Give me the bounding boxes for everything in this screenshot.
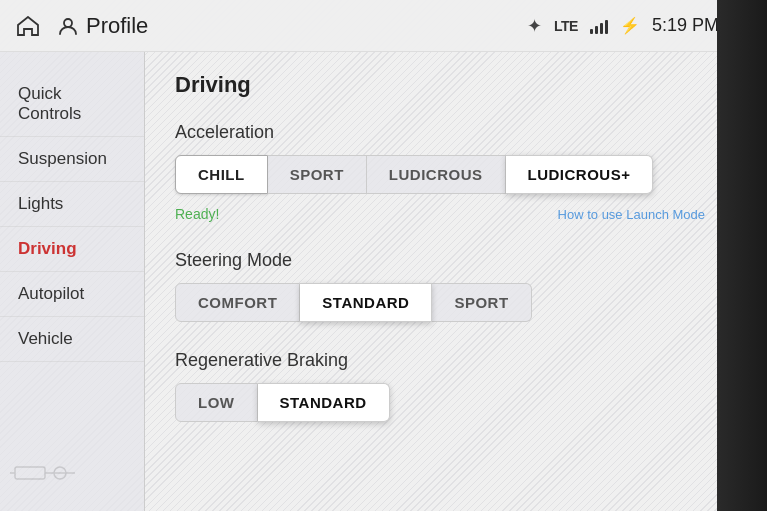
steering-sport-button[interactable]: SPORT [432, 283, 531, 322]
acceleration-buttons: CHILL SPORT LUDICROUS LUDICROUS+ [175, 155, 705, 194]
acceleration-label: Acceleration [175, 122, 705, 143]
right-bezel [717, 0, 767, 511]
time-display: 5:19 PM [652, 15, 719, 36]
sidebar-item-vehicle[interactable]: Vehicle [0, 317, 144, 362]
sidebar: Quick Controls Suspension Lights Driving… [0, 52, 145, 511]
launch-mode-link[interactable]: How to use Launch Mode [558, 207, 705, 222]
status-left: Profile [16, 13, 148, 39]
status-bar: Profile ✦ LTE ⚡ 5:19 PM [0, 0, 735, 52]
sidebar-item-lights[interactable]: Lights [0, 182, 144, 227]
acceleration-sport-button[interactable]: SPORT [268, 155, 367, 194]
steering-mode-group: Steering Mode COMFORT STANDARD SPORT [175, 250, 705, 322]
profile-label: Profile [86, 13, 148, 39]
regen-braking-group: Regenerative Braking LOW STANDARD [175, 350, 705, 422]
driving-panel: Driving Acceleration CHILL SPORT LUDICRO… [145, 52, 735, 511]
regen-standard-button[interactable]: STANDARD [258, 383, 390, 422]
profile-section[interactable]: Profile [58, 13, 148, 39]
steering-comfort-button[interactable]: COMFORT [175, 283, 300, 322]
profile-icon [58, 16, 78, 36]
steering-mode-buttons: COMFORT STANDARD SPORT [175, 283, 705, 322]
sidebar-item-driving[interactable]: Driving [0, 227, 144, 272]
acceleration-ludicrous-plus-button[interactable]: LUDICROUS+ [506, 155, 654, 194]
steering-mode-label: Steering Mode [175, 250, 705, 271]
sidebar-item-suspension[interactable]: Suspension [0, 137, 144, 182]
brightness-icon[interactable]: ✦ [527, 15, 542, 37]
watermark [10, 457, 80, 491]
acceleration-group: Acceleration CHILL SPORT LUDICROUS LUDIC… [175, 122, 705, 222]
acceleration-ludicrous-button[interactable]: LUDICROUS [367, 155, 506, 194]
regen-braking-buttons: LOW STANDARD [175, 383, 705, 422]
regen-low-button[interactable]: LOW [175, 383, 258, 422]
bluetooth-icon[interactable]: ⚡ [620, 16, 640, 35]
svg-rect-1 [15, 467, 45, 479]
acceleration-status: Ready! [175, 206, 219, 222]
sidebar-item-autopilot[interactable]: Autopilot [0, 272, 144, 317]
status-right: ✦ LTE ⚡ 5:19 PM [527, 15, 719, 37]
acceleration-chill-button[interactable]: CHILL [175, 155, 268, 194]
page-title: Driving [175, 72, 705, 98]
home-icon[interactable] [16, 14, 40, 38]
sidebar-item-quick-controls[interactable]: Quick Controls [0, 72, 144, 137]
lte-label: LTE [554, 18, 578, 34]
main-content: Quick Controls Suspension Lights Driving… [0, 52, 735, 511]
signal-bars [590, 18, 608, 34]
svg-point-0 [64, 19, 72, 27]
regen-braking-label: Regenerative Braking [175, 350, 705, 371]
steering-standard-button[interactable]: STANDARD [300, 283, 432, 322]
